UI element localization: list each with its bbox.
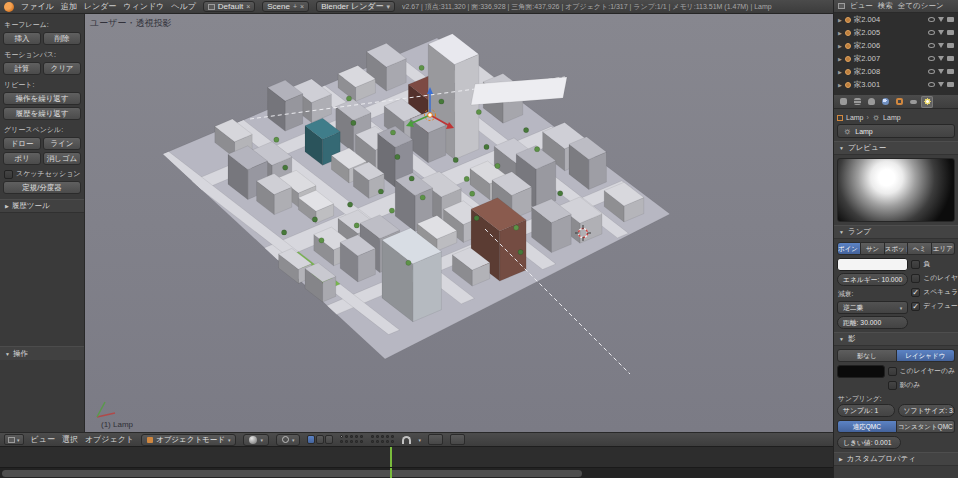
plus-icon[interactable]: + <box>293 3 297 10</box>
negative-checkbox-row[interactable]: 負 <box>911 258 958 270</box>
gpencil-draw-button[interactable]: ドロー <box>3 137 41 150</box>
visibility-eye-icon[interactable] <box>928 82 935 87</box>
mode-dropdown[interactable]: オブジェクトモード ▾ <box>141 434 236 446</box>
lamp-color-swatch[interactable] <box>837 258 908 271</box>
soft-size-field[interactable]: ソフトサイズ: 3.000 <box>898 404 956 417</box>
layer-buttons-right[interactable] <box>371 435 395 444</box>
selectability-icon[interactable] <box>938 30 944 35</box>
selectability-icon[interactable] <box>938 82 944 87</box>
outliner-item[interactable]: ▶ 家2.005 <box>834 26 958 39</box>
close-icon[interactable]: × <box>300 3 304 10</box>
timeline-playhead[interactable] <box>390 447 392 468</box>
lamp-type-area-button[interactable]: エリア <box>932 242 955 255</box>
rotate-manipulator-button[interactable] <box>316 435 324 444</box>
renderability-camera-icon[interactable] <box>947 69 954 74</box>
outliner-item[interactable]: ▶ 家2.004 <box>834 13 958 26</box>
viewport-3d[interactable]: ユーザー・透視投影 (1) Lamp <box>85 14 833 432</box>
breadcrumb-data-name[interactable]: Lamp <box>883 114 901 121</box>
visibility-eye-icon[interactable] <box>928 30 935 35</box>
menu-render[interactable]: レンダー <box>84 1 117 12</box>
outliner-item[interactable]: ▶ 家2.008 <box>834 65 958 78</box>
menu-help[interactable]: ヘルプ <box>171 1 196 12</box>
renderability-camera-icon[interactable] <box>947 43 954 48</box>
tab-scene[interactable] <box>865 96 877 108</box>
checkbox-icon[interactable] <box>911 260 920 269</box>
layer-buttons-left[interactable] <box>340 435 364 444</box>
shading-dropdown[interactable]: ▾ <box>243 434 269 446</box>
renderability-camera-icon[interactable] <box>947 82 954 87</box>
checkbox-checked-icon[interactable]: ✓ <box>911 288 920 297</box>
shadow-color-swatch[interactable] <box>837 365 885 378</box>
tab-constraints[interactable] <box>907 96 919 108</box>
translate-manipulator-button[interactable] <box>307 435 315 444</box>
tab-world[interactable] <box>879 96 891 108</box>
outliner-display-mode[interactable]: 全てのシーン <box>898 1 944 11</box>
timeline-scrollbar[interactable] <box>0 467 833 478</box>
shadow-only-checkbox-row[interactable]: 影のみ <box>888 379 956 391</box>
visibility-eye-icon[interactable] <box>928 17 935 22</box>
shadow-ray-button[interactable]: レイシャドウ <box>897 349 956 362</box>
snap-magnet-icon[interactable] <box>402 436 411 444</box>
expand-triangle-icon[interactable]: ▶ <box>838 30 842 36</box>
menu-file[interactable]: ファイル <box>21 1 54 12</box>
diffuse-checkbox-row[interactable]: ✓ ディフューズ <box>911 300 958 312</box>
visibility-eye-icon[interactable] <box>928 43 935 48</box>
outliner-menu-search[interactable]: 検索 <box>878 1 893 11</box>
operator-panel-header[interactable]: ▼ 操作 <box>0 346 84 360</box>
shadow-none-button[interactable]: 影なし <box>837 349 897 362</box>
checkbox-icon[interactable] <box>911 274 920 283</box>
shadow-panel-header[interactable]: ▼ 影 <box>834 332 958 346</box>
gpencil-erase-button[interactable]: 消しゴム <box>43 152 81 165</box>
snap-dropdown-icon[interactable]: ▾ <box>418 437 421 443</box>
lamp-type-spot-button[interactable]: スポット <box>885 242 908 255</box>
selectability-icon[interactable] <box>938 69 944 74</box>
close-icon[interactable]: × <box>246 3 250 10</box>
checkbox-checked-icon[interactable]: ✓ <box>911 302 920 311</box>
preview-panel-header[interactable]: ▼ プレビュー <box>834 141 958 155</box>
outliner-menu-view[interactable]: ビュー <box>850 1 873 11</box>
lamp-panel-header[interactable]: ▼ ランプ <box>834 225 958 239</box>
motionpath-clear-button[interactable]: クリア <box>43 62 81 75</box>
history-panel-header[interactable]: ▶ 履歴ツール <box>0 199 84 213</box>
expand-triangle-icon[interactable]: ▶ <box>838 82 842 88</box>
tab-render-layers[interactable] <box>851 96 863 108</box>
pivot-dropdown[interactable]: ▾ <box>276 434 301 446</box>
screen-layout-selector[interactable]: Default × <box>203 1 255 12</box>
distance-field[interactable]: 距離: 30.000 <box>837 316 908 329</box>
lamp-type-point-button[interactable]: ポイント <box>837 242 861 255</box>
outliner-item[interactable]: ▶ 家2.006 <box>834 39 958 52</box>
keyframe-delete-button[interactable]: 削除 <box>43 32 81 45</box>
menu-window[interactable]: ウィンドウ <box>123 1 164 12</box>
repeat-last-button[interactable]: 操作を繰り返す <box>3 92 81 105</box>
ruler-protractor-button[interactable]: 定規/分度器 <box>3 181 81 194</box>
lamp-type-hemi-button[interactable]: ヘミ <box>908 242 931 255</box>
scene-selector[interactable]: Scene + × <box>262 1 309 12</box>
renderability-camera-icon[interactable] <box>947 17 954 22</box>
gpencil-poly-button[interactable]: ポリ <box>3 152 41 165</box>
blender-logo-icon[interactable] <box>4 2 14 12</box>
custom-properties-header[interactable]: ▶ カスタムプロパティ <box>834 452 958 466</box>
checkbox-icon[interactable] <box>888 381 897 390</box>
outliner-item[interactable]: ▶ 家3.001 <box>834 78 958 91</box>
selectability-icon[interactable] <box>938 17 944 22</box>
selectability-icon[interactable] <box>938 56 944 61</box>
specular-checkbox-row[interactable]: ✓ スペキュラー <box>911 286 958 298</box>
checkbox-icon[interactable] <box>4 170 13 179</box>
render-engine-selector[interactable]: Blender レンダー ▾ <box>316 1 395 12</box>
threshold-field[interactable]: しきい値: 0.001 <box>837 436 901 449</box>
tab-render[interactable] <box>837 96 849 108</box>
keyframe-insert-button[interactable]: 挿入 <box>3 32 41 45</box>
breadcrumb-object-name[interactable]: Lamp <box>846 114 864 121</box>
energy-slider[interactable]: エネルギー: 10.000 <box>837 273 908 286</box>
visibility-eye-icon[interactable] <box>928 69 935 74</box>
outliner-editor-icon[interactable] <box>838 3 845 9</box>
expand-triangle-icon[interactable]: ▶ <box>838 43 842 49</box>
renderability-camera-icon[interactable] <box>947 56 954 61</box>
gpencil-line-button[interactable]: ライン <box>43 137 81 150</box>
sketch-session-checkbox-row[interactable]: スケッチセッション <box>3 167 81 181</box>
timeline-track[interactable] <box>0 446 833 467</box>
menu-view[interactable]: ビュー <box>31 434 55 445</box>
falloff-dropdown[interactable]: 逆二乗 ▾ <box>837 301 908 314</box>
opengl-render-anim-button[interactable] <box>450 434 465 445</box>
tab-object-data-lamp[interactable] <box>921 96 933 108</box>
